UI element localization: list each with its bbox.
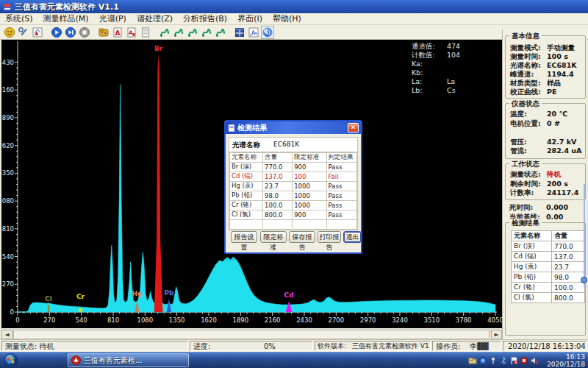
element1-icon[interactable] [158,26,171,39]
app-icon [3,2,12,11]
dialog-result-row: Pb (铅)98.01000Pass [230,191,357,201]
element4-icon[interactable] [200,26,213,39]
tray-bluetooth-icon[interactable] [498,356,508,366]
tray-update-icon[interactable] [488,356,498,366]
group-instrument-status: 仪器状态 温度:20 ℃电机位置:0 #管压:42.7 kV管流:282.4 u… [505,103,586,159]
dialog-header-cell: 含量 [263,153,293,163]
results-row: Cr (铬)100.0 [512,283,585,293]
dialog-result-cell: 900 [293,163,326,172]
palette-icon[interactable] [97,26,110,39]
results-cell: Hg (汞) [512,262,552,272]
dialog-result-cell: Cr (铬) [230,201,263,210]
cursor-info-label: Lb: [412,86,447,95]
menu-item-6[interactable]: 帮助(H) [268,13,306,24]
spectrum-name-row: 光谱名称 EC681K [229,138,357,152]
scrollbar-thumb[interactable] [13,330,490,339]
notes-icon[interactable] [139,26,152,39]
element5-icon[interactable] [214,26,227,39]
x-tick-label: 3780 [456,316,472,324]
dialog-result-cell: Pb (铅) [230,191,263,201]
cursor-info-label: 通道值: [412,42,447,51]
tools-icon[interactable] [17,26,30,39]
menu-item-0[interactable]: 系统(S) [0,13,38,24]
menu-item-1[interactable]: 测量样品(M) [38,13,94,24]
tray-folder-icon[interactable] [467,356,477,366]
peak-label-Pb: Pb [164,289,174,297]
info-row: 计数率:24117.4 [506,188,585,197]
save-report-button[interactable]: 保存报告 [289,231,315,243]
exit-button[interactable]: 退出 [343,231,362,243]
vertical-slider[interactable] [582,184,586,287]
element3-icon[interactable] [186,26,199,39]
dialog-title-bar[interactable]: 检测结果 ✕ [226,121,361,134]
tray-network-icon[interactable] [478,356,487,366]
info-label: 剩余时间: [510,180,541,189]
dialog-icon [228,124,235,132]
dialog-result-cell: Fail [326,172,356,182]
dialog-result-cell: Hg (汞) [230,182,263,191]
scroll-left-arrow-icon[interactable]: ◄ [1,330,12,339]
horizontal-scrollbar[interactable]: ◄ ► [1,328,502,339]
window-grid-icon[interactable] [233,26,246,39]
tray-security-icon[interactable] [519,356,528,366]
info-row: 材质类型:样品 [506,79,585,88]
y-tick-label: 5080 [1,197,14,205]
info-value: 42.7 kV [547,138,576,146]
info-value: 1194.4 [547,70,574,78]
report-a2-icon[interactable]: A [125,26,138,39]
dialog-result-row: Cd (镉)137.0100Fail [230,172,357,182]
taskbar-app-button[interactable]: 三值有害元素检... [68,353,189,367]
menu-item-3[interactable]: 谱处理(Z) [132,13,178,24]
group-detect-results: 检测结果 元素名称含量Br (溴)770.0Cd (镉)137.0Hg (汞)2… [505,222,586,336]
info-value: 24117.4 [547,188,578,197]
report-chart-icon[interactable] [31,26,44,39]
menu-item-2[interactable]: 光谱(P) [94,13,132,24]
peak-label-Cd: Cd [284,291,294,299]
x-tick-label: 1080 [137,316,154,324]
dialog-result-cell: Pass [326,191,356,201]
slider-knob-icon[interactable] [581,277,587,283]
restart-icon[interactable] [64,26,77,39]
taskbar-app-label: 三值有害元素检... [84,355,143,366]
results-cell: 137.0 [552,252,585,262]
report-a1-icon[interactable]: A [111,26,124,39]
dialog-result-cell: Pass [326,163,356,172]
dialog-result-cell: Br (溴) [230,163,263,172]
menu-item-5[interactable]: 界面(I) [232,13,268,24]
system-icon[interactable] [3,26,16,39]
scroll-right-arrow-icon[interactable]: ► [491,330,502,339]
tray-volume-icon[interactable] [529,356,539,366]
start-button-icon[interactable] [4,353,18,367]
dialog-result-cell: 98.0 [263,191,293,201]
report-settings-button[interactable]: 报告设置 [231,231,257,243]
print-report-button[interactable]: 打印报告 [318,231,341,243]
spectrum-curve-icon[interactable] [247,26,260,39]
limit-standard-button[interactable]: 限定标准 [260,231,287,243]
info-row: 校正曲线:PE [506,88,585,96]
stop-icon[interactable] [78,26,91,39]
element2-icon[interactable] [172,26,185,39]
swirl-icon[interactable] [261,26,274,39]
info-row: 光谱名称:EC681K [506,61,585,70]
menu-item-4[interactable]: 分析报告(B) [178,13,232,24]
cursor-info-label: 计数值: [412,51,447,60]
info-value: 待机 [547,170,561,180]
tray-flag-icon[interactable] [509,356,518,366]
cursor-info-label: Ka: [412,60,447,68]
info-label: 管流: [510,146,527,156]
results-cell: 770.0 [552,241,585,252]
status-bar: 测量状态: 待机 进度: 0% 软件版本: 三值有害元素检测软件 V1.1.0.… [0,339,588,352]
start-icon[interactable] [50,26,63,39]
marker-Cr [79,308,82,312]
info-value: 200 s [547,180,568,188]
cursor-info-value: Cs [447,86,456,95]
info-row: 剩余时间:200 s [506,180,585,188]
taskbar-clock[interactable]: 16:13 2020/12/18 [547,353,585,368]
dialog-result-row: Cl (氯)800.0900Pass [230,210,357,220]
y-tick-label: 11430 [1,59,14,66]
cursor-info: 通道值:474计数值:104Ka:Kb:La:LaLb:Cs [412,42,460,95]
results-cell: 23.7 [552,262,585,272]
dialog-close-icon[interactable]: ✕ [348,123,359,132]
x-tick-label: 1620 [201,316,217,324]
marker-Cl [48,305,49,312]
